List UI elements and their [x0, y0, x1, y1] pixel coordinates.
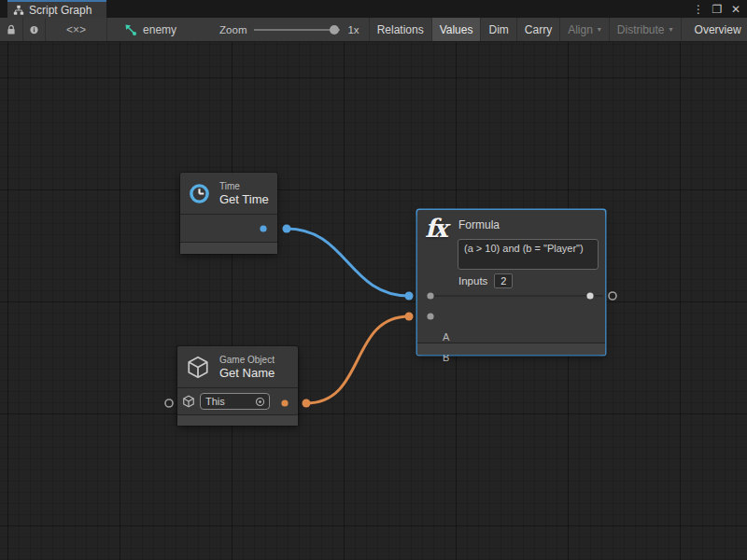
get-name-input-port-unconnected[interactable] — [165, 399, 173, 407]
formula-expression-input[interactable]: (a > 10) and (b = "Player") — [458, 239, 599, 270]
inspect-button[interactable] — [23, 18, 46, 41]
game-object-cube-icon-small — [182, 395, 195, 408]
lock-icon — [7, 24, 16, 35]
formula-fx-icon: fx — [425, 214, 457, 243]
clock-icon — [189, 183, 210, 204]
toolbar-right-group: Relations Values Dim Carry Align ▾ Distr… — [369, 18, 747, 41]
wire-get-time-to-formula-a[interactable] — [287, 229, 409, 296]
zoom-value: 1x — [347, 24, 359, 35]
graph-canvas[interactable]: Time Get Time fx Formula (a > 10) and (b… — [0, 42, 747, 560]
port-a-label: A — [443, 331, 449, 343]
node-get-name[interactable]: Game Object Get Name This — [177, 346, 298, 426]
maximize-icon[interactable]: ❐ — [710, 2, 725, 17]
connections-overlay — [0, 42, 747, 560]
lock-button[interactable] — [0, 18, 23, 41]
node-title: Get Time — [219, 192, 269, 206]
node-category: Game Object — [219, 355, 275, 366]
graph-toolbar: <×> enemy Zoom 1x Relations Values — [0, 18, 747, 42]
get-name-header[interactable]: Game Object Get Name — [177, 346, 298, 387]
wire-get-name-to-formula-b[interactable] — [306, 316, 409, 403]
formula-output-port-unconnected[interactable] — [609, 292, 616, 300]
target-object-field[interactable]: This — [200, 393, 270, 410]
game-object-cube-icon — [186, 355, 210, 380]
align-button[interactable]: Align ▾ — [559, 18, 609, 41]
get-time-output-row — [180, 214, 277, 242]
object-picker-icon[interactable] — [255, 397, 265, 407]
node-footer — [180, 242, 277, 254]
caret-down-icon: ▾ — [598, 26, 601, 34]
node-get-time[interactable]: Time Get Time — [180, 173, 277, 254]
node-formula[interactable]: fx Formula (a > 10) and (b = "Player") I… — [417, 210, 605, 355]
close-icon[interactable]: ✕ — [728, 2, 743, 17]
zoom-control: Zoom 1x — [186, 18, 369, 41]
breadcrumb-label: enemy — [143, 23, 176, 36]
tab-bar: Script Graph ⋮ ❐ ✕ — [0, 0, 747, 18]
get-name-output-port[interactable] — [303, 399, 311, 408]
tab-script-graph[interactable]: Script Graph — [7, 0, 106, 18]
graph-hierarchy-icon — [13, 5, 24, 16]
target-object-value: This — [205, 396, 251, 407]
zoom-slider-handle[interactable] — [330, 25, 339, 35]
values-button[interactable]: Values — [431, 18, 481, 41]
tab-label: Script Graph — [29, 4, 92, 17]
get-name-port-row: This — [177, 387, 298, 414]
window-controls: ⋮ ❐ ✕ — [691, 0, 743, 18]
node-footer — [177, 414, 298, 426]
window-menu-icon[interactable]: ⋮ — [691, 2, 706, 17]
relations-button[interactable]: Relations — [369, 18, 431, 41]
info-icon — [30, 24, 38, 35]
overview-button[interactable]: Overview — [681, 18, 747, 41]
code-icon: <×> — [66, 23, 86, 36]
formula-input-a-port[interactable] — [405, 292, 414, 301]
formula-inputs-row: Inputs 2 — [458, 273, 513, 288]
node-footer — [417, 343, 605, 355]
node-title: Formula — [458, 218, 500, 231]
caret-down-icon: ▾ — [669, 26, 673, 34]
dim-button[interactable]: Dim — [480, 18, 515, 41]
carry-button[interactable]: Carry — [516, 18, 559, 41]
graph-breadcrumb[interactable]: enemy — [107, 18, 186, 41]
node-category: Time — [219, 181, 269, 192]
formula-input-b-port[interactable] — [405, 313, 414, 321]
get-time-header[interactable]: Time Get Time — [180, 173, 277, 214]
graph-asset-icon — [124, 23, 137, 35]
distribute-button[interactable]: Distribute ▾ — [609, 18, 681, 41]
node-title: Get Name — [219, 366, 275, 380]
inputs-label: Inputs — [458, 275, 487, 287]
get-time-output-port[interactable] — [283, 225, 291, 233]
inputs-count-field[interactable]: 2 — [494, 273, 513, 288]
edit-source-button[interactable]: <×> — [46, 18, 107, 41]
script-graph-window: Script Graph ⋮ ❐ ✕ <×> — [0, 0, 747, 560]
zoom-slider[interactable] — [254, 24, 340, 35]
zoom-slider-track — [254, 29, 340, 31]
zoom-label: Zoom — [219, 24, 247, 35]
